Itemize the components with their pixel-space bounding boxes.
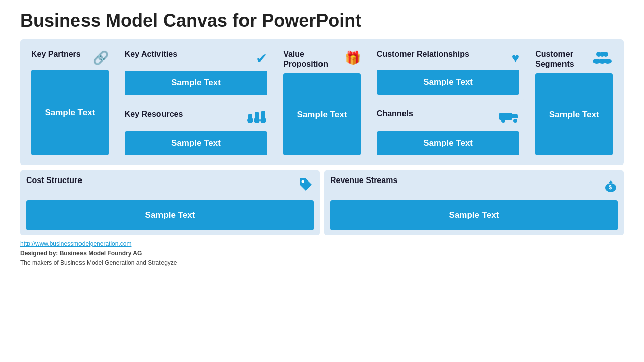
key-partners-title: Key Partners: [31, 49, 81, 59]
svg-rect-4: [255, 112, 259, 119]
top-row: Key Partners 🔗 Sample Text Key Activitie…: [20, 39, 624, 165]
customer-rel-title: Customer Relationships: [377, 49, 469, 59]
svg-point-15: [598, 59, 606, 64]
key-resources-sample: Sample Text: [125, 131, 267, 155]
cell-customer-segments: Customer Segments Sample Text: [529, 44, 619, 160]
cost-structure-sample: Sample Text: [26, 200, 314, 230]
svg-point-8: [501, 119, 505, 123]
footer-tagline: The makers of Business Model Generation …: [20, 258, 624, 268]
people-icon: [592, 50, 613, 68]
svg-point-12: [600, 52, 605, 57]
gift-icon: 🎁: [345, 50, 361, 66]
cell-cost-structure: Cost Structure Sample Text: [20, 170, 320, 235]
footer: http://www.businessmodelgeneration.com D…: [20, 239, 624, 268]
cell-header-customer-seg: Customer Segments: [535, 49, 613, 69]
value-prop-sample: Sample Text: [283, 73, 361, 155]
link-icon: 🔗: [93, 50, 109, 66]
page-title: Business Model Canvas for PowerPoint: [20, 10, 624, 31]
customer-col: Customer Relationships ♥ Sample Text Cha…: [371, 44, 525, 160]
cell-header-value-prop: Value Proposition 🎁: [283, 49, 361, 69]
revenue-streams-title: Revenue Streams: [330, 175, 397, 186]
customer-rel-sample: Sample Text: [377, 70, 519, 95]
cell-channels: Channels Sample Text: [371, 104, 525, 160]
svg-point-9: [513, 119, 517, 123]
cost-structure-title: Cost Structure: [26, 175, 82, 186]
cell-header-cost-structure: Cost Structure: [26, 175, 314, 196]
channels-sample: Sample Text: [377, 131, 519, 155]
resources-icon: [246, 110, 267, 127]
svg-marker-7: [512, 114, 518, 118]
canvas-container: Key Partners 🔗 Sample Text Key Activitie…: [20, 39, 624, 235]
bottom-row: Cost Structure Sample Text Revenue Strea…: [20, 170, 624, 235]
cell-key-partners: Key Partners 🔗 Sample Text: [25, 44, 115, 160]
cell-header-key-resources: Key Resources: [125, 109, 267, 127]
heart-icon: ♥: [512, 50, 519, 66]
activities-col: Key Activities ✔ Sample Text Key Resourc…: [119, 44, 273, 160]
svg-point-16: [302, 180, 304, 183]
cell-header-channels: Channels: [377, 109, 519, 127]
checkmark-icon: ✔: [256, 50, 267, 67]
cell-header-key-partners: Key Partners 🔗: [31, 49, 109, 66]
cell-header-key-activities: Key Activities ✔: [125, 49, 267, 67]
cell-key-resources: Key Resources Sample Text: [119, 104, 273, 160]
svg-rect-6: [499, 113, 512, 120]
money-bag-icon: $: [604, 176, 618, 196]
channels-title: Channels: [377, 109, 413, 119]
cell-value-proposition: Value Proposition 🎁 Sample Text: [277, 44, 367, 160]
key-activities-title: Key Activities: [125, 49, 177, 59]
customer-seg-title: Customer Segments: [535, 49, 592, 69]
svg-text:$: $: [609, 184, 612, 190]
revenue-streams-sample: Sample Text: [330, 200, 618, 230]
truck-icon: [499, 110, 519, 127]
cell-key-activities: Key Activities ✔ Sample Text: [119, 44, 273, 100]
cell-revenue-streams: Revenue Streams $ Sample Text: [324, 170, 624, 235]
cell-header-revenue-streams: Revenue Streams $: [330, 175, 618, 196]
tag-icon: [298, 176, 314, 196]
value-prop-title: Value Proposition: [283, 49, 345, 69]
svg-rect-3: [248, 114, 252, 119]
footer-link[interactable]: http://www.businessmodelgeneration.com: [20, 240, 131, 247]
cell-header-customer-rel: Customer Relationships ♥: [377, 49, 519, 66]
cell-customer-relationships: Customer Relationships ♥ Sample Text: [371, 44, 525, 100]
customer-seg-sample: Sample Text: [535, 73, 613, 155]
footer-designed-by: Designed by: Business Model Foundry AG: [20, 250, 142, 257]
key-activities-sample: Sample Text: [125, 71, 267, 95]
key-partners-sample: Sample Text: [31, 70, 109, 155]
svg-rect-5: [261, 111, 265, 119]
key-resources-title: Key Resources: [125, 109, 183, 119]
